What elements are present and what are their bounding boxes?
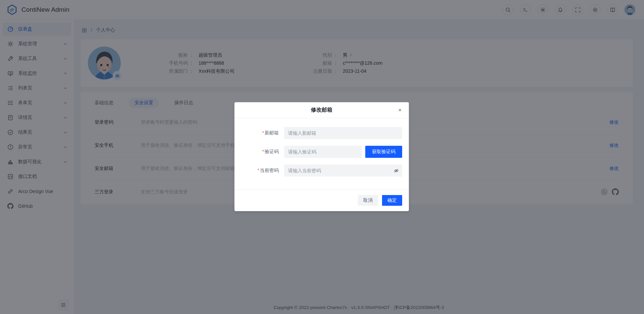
confirm-button[interactable]: 确定 bbox=[382, 195, 402, 206]
form-row-verification-code: *验证码 获取验证码 bbox=[241, 146, 402, 158]
form-row-new-email: *新邮箱 bbox=[241, 127, 402, 139]
required-marker: * bbox=[258, 168, 259, 173]
modal-header: 修改邮箱 × bbox=[234, 102, 409, 118]
change-email-modal: 修改邮箱 × *新邮箱 *验证码 获取验证码 *当前密码 取消 确定 bbox=[234, 102, 409, 211]
modal-title: 修改邮箱 bbox=[311, 107, 332, 114]
required-marker: * bbox=[262, 130, 264, 135]
new-email-label: 新邮箱 bbox=[265, 130, 279, 135]
cancel-button[interactable]: 取消 bbox=[358, 195, 378, 206]
close-icon[interactable]: × bbox=[397, 102, 403, 118]
verification-code-label: 验证码 bbox=[265, 149, 279, 154]
get-code-button[interactable]: 获取验证码 bbox=[365, 146, 402, 158]
current-password-label: 当前密码 bbox=[260, 168, 279, 173]
verification-code-input[interactable] bbox=[284, 146, 362, 158]
modal-footer: 取消 确定 bbox=[234, 189, 409, 211]
new-email-input[interactable] bbox=[284, 127, 402, 139]
eye-invisible-icon[interactable] bbox=[394, 165, 399, 177]
modal-body: *新邮箱 *验证码 获取验证码 *当前密码 bbox=[234, 118, 409, 189]
current-password-input[interactable] bbox=[284, 165, 402, 177]
required-marker: * bbox=[262, 149, 264, 154]
form-row-current-password: *当前密码 bbox=[241, 165, 402, 177]
